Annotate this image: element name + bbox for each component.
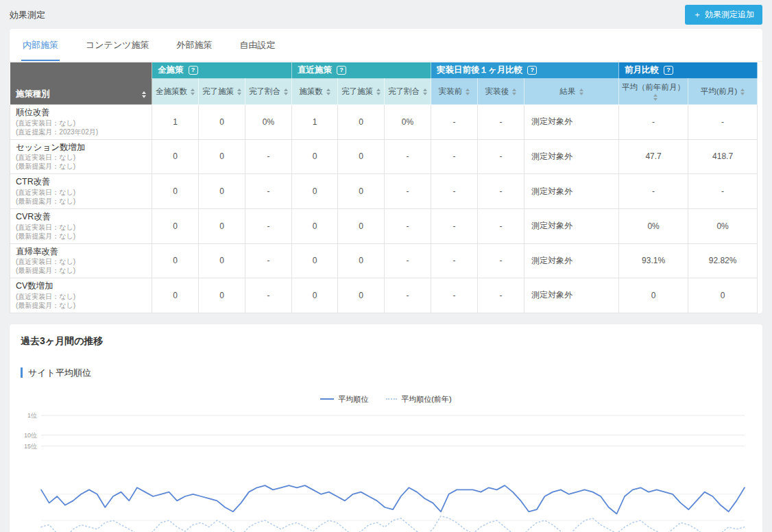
row-type-sub1: (直近実装日：なし) [16, 223, 146, 232]
help-icon[interactable]: ? [189, 66, 198, 75]
value-cell: 0 [338, 243, 385, 278]
value-cell: - [245, 243, 292, 278]
table-row: CV数増加(直近実装日：なし)(最新提案月：なし)00-00---測定対象外00 [10, 278, 758, 313]
add-measurement-label: 効果測定追加 [705, 9, 754, 21]
sub-header-3-3[interactable]: 結果 [524, 79, 619, 105]
value-cell: 0 [292, 139, 338, 174]
sub-header-1-3[interactable]: 完了割合 [245, 79, 292, 105]
legend-item-1[interactable]: 平均順位 [320, 394, 368, 404]
value-cell: - [478, 278, 524, 313]
sort-icon [142, 91, 146, 98]
value-cell: 0 [338, 105, 385, 140]
row-type-name: CV数増加 [16, 281, 146, 292]
rank-trend-chart: 1位10位15位59位03/2303/2503/2703/2903/3104/0… [21, 410, 751, 532]
value-cell: 0% [385, 105, 431, 140]
value-cell: - [478, 243, 524, 278]
value-cell: - [245, 208, 292, 243]
sort-icon [512, 88, 516, 95]
value-cell: 0 [199, 208, 245, 243]
column-header-type[interactable]: 施策種別 [10, 62, 152, 105]
sub-header-4-1[interactable]: 平均（前年前月） [619, 79, 688, 105]
column-header-type-label: 施策種別 [16, 88, 50, 100]
group-header-label: 直近施策 [298, 64, 332, 76]
value-cell: - [688, 174, 758, 209]
tab-3[interactable]: 外部施策 [176, 29, 214, 61]
tabs: 内部施策コンテンツ施策外部施策自由設定 [10, 29, 762, 62]
sort-icon [191, 88, 195, 95]
value-cell: 測定対象外 [524, 243, 619, 278]
value-cell: - [385, 243, 431, 278]
sub-header-1-1[interactable]: 全施策数 [152, 79, 199, 105]
value-cell: - [385, 278, 431, 313]
row-type-sub1: (直近実装日：なし) [16, 257, 146, 266]
sub-header-2-3[interactable]: 完了割合 [385, 79, 431, 105]
value-cell: 0 [292, 208, 338, 243]
group-header-2: 直近施策? [292, 62, 431, 79]
value-cell: - [619, 105, 688, 140]
sort-icon [284, 88, 288, 95]
topbar: 効果測定 ＋ 効果測定追加 [0, 0, 772, 29]
value-cell: - [245, 278, 292, 313]
sub-header-2-1[interactable]: 施策数 [292, 79, 338, 105]
measurement-card: 内部施策コンテンツ施策外部施策自由設定 施策種別全施策?直近施策?実装日前後１ヶ… [10, 29, 762, 313]
group-header-label: 全施策 [158, 64, 184, 76]
legend-item-2[interactable]: 平均順位(前年) [386, 394, 451, 404]
row-type-sub1: (直近実装日：なし) [16, 153, 146, 162]
group-header-label: 前月比較 [625, 64, 659, 76]
tab-1[interactable]: 内部施策 [21, 29, 60, 61]
value-cell: 1 [152, 105, 199, 140]
table-row: セッション数増加(直近実装日：なし)(最新提案月：なし)00-00---測定対象… [10, 139, 758, 174]
value-cell: - [385, 139, 431, 174]
row-type-cell: セッション数増加(直近実装日：なし)(最新提案月：なし) [10, 139, 152, 174]
value-cell: 0 [199, 243, 245, 278]
help-icon[interactable]: ? [527, 66, 537, 75]
value-cell: - [478, 139, 524, 174]
row-type-cell: CVR改善(直近実装日：なし)(最新提案月：なし) [10, 208, 152, 243]
value-cell: 0 [152, 278, 199, 313]
dotted-line-icon [386, 398, 397, 400]
help-icon[interactable]: ? [337, 66, 346, 75]
row-type-name: 直帰率改善 [16, 247, 146, 258]
sub-header-1-2[interactable]: 完了施策 [199, 79, 245, 105]
value-cell: 0% [619, 208, 688, 243]
tab-4[interactable]: 自由設定 [239, 29, 277, 61]
value-cell: - [245, 174, 292, 209]
row-type-cell: 直帰率改善(直近実装日：なし)(最新提案月：なし) [10, 243, 152, 278]
value-cell: 0% [245, 105, 292, 140]
value-cell: - [431, 278, 478, 313]
value-cell: 0% [688, 208, 758, 243]
value-cell: 93.1% [619, 243, 688, 278]
row-type-name: CVR改善 [16, 212, 146, 223]
value-cell: - [478, 208, 524, 243]
sort-icon [466, 88, 470, 95]
value-cell: 0 [152, 208, 199, 243]
chart-subtitle: サイト平均順位 [21, 367, 751, 379]
chart-line-current [41, 485, 745, 513]
add-measurement-button[interactable]: ＋ 効果測定追加 [685, 5, 762, 25]
tab-2[interactable]: コンテンツ施策 [84, 29, 151, 61]
plus-icon: ＋ [693, 9, 701, 21]
row-type-sub2: (最新提案月：なし) [16, 266, 146, 275]
chart-svg: 1位10位15位59位03/2303/2503/2703/2903/3104/0… [21, 410, 751, 532]
row-type-sub1: (直近実装日：なし) [16, 292, 146, 301]
sub-header-3-1[interactable]: 実装前 [431, 79, 478, 105]
sub-header-2-2[interactable]: 完了施策 [338, 79, 385, 105]
value-cell: - [619, 174, 688, 209]
help-icon[interactable]: ? [664, 66, 673, 75]
value-cell: 測定対象外 [524, 139, 619, 174]
row-type-sub2: (最新提案月：なし) [16, 197, 146, 206]
page: 効果測定 ＋ 効果測定追加 内部施策コンテンツ施策外部施策自由設定 施策種別全施… [0, 0, 772, 532]
value-cell: 0 [199, 139, 245, 174]
value-cell: - [431, 139, 478, 174]
y-tick-label: 15位 [24, 442, 37, 449]
row-type-cell: CV数増加(直近実装日：なし)(最新提案月：なし) [10, 278, 152, 313]
chart-subtitle-label: サイト平均順位 [28, 367, 91, 379]
sub-header-4-2[interactable]: 平均(前月) [688, 79, 758, 105]
table-row: 順位改善(直近実装日：なし)(直近提案月：2023年02月)100%100%--… [10, 105, 758, 140]
sub-header-3-2[interactable]: 実装後 [478, 79, 524, 105]
value-cell: 0 [199, 278, 245, 313]
row-type-name: 順位改善 [16, 108, 146, 119]
value-cell: 47.7 [619, 139, 688, 174]
value-cell: 測定対象外 [524, 208, 619, 243]
value-cell: 0 [292, 278, 338, 313]
